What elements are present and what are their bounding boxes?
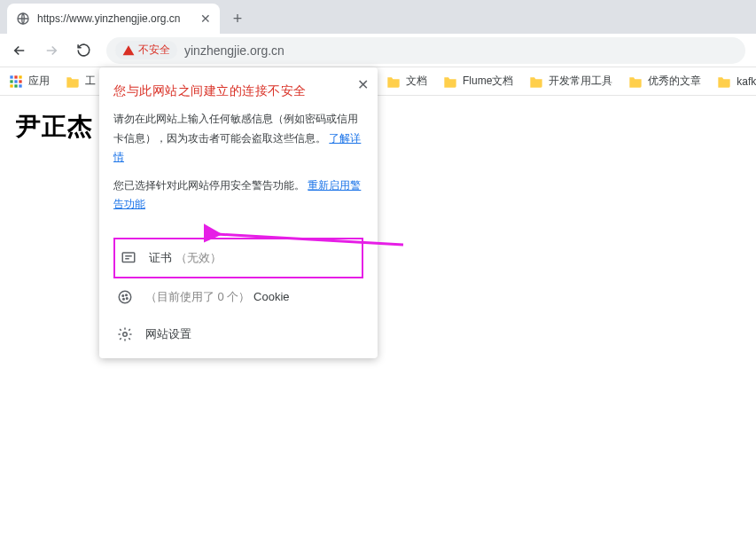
bookmark-label: 开发常用工具	[549, 74, 612, 89]
popover-reenable-text: 您已选择针对此网站停用安全警告功能。 重新启用警告功能	[113, 176, 363, 215]
bookmark-item[interactable]: 文档	[386, 74, 427, 89]
bookmark-label: 工	[85, 74, 96, 89]
reload-icon	[76, 43, 91, 58]
svg-point-13	[126, 294, 128, 296]
bookmark-item[interactable]: 优秀的文章	[628, 74, 701, 89]
bookmark-label: 文档	[406, 74, 427, 89]
folder-icon	[717, 75, 731, 88]
svg-rect-8	[14, 84, 17, 87]
site-settings-label: 网站设置	[145, 326, 191, 342]
address-bar[interactable]: 不安全 yinzhengjie.org.cn	[106, 37, 745, 64]
globe-icon	[16, 12, 30, 26]
bookmark-item[interactable]: 开发常用工具	[529, 74, 612, 89]
svg-rect-9	[19, 84, 21, 87]
bookmark-label: 优秀的文章	[648, 74, 701, 89]
cookies-label: （目前使用了 0 个） Cookie	[145, 289, 290, 305]
bookmark-label: Flume文档	[463, 74, 513, 89]
svg-rect-1	[10, 75, 12, 78]
browser-tab[interactable]: https://www.yinzhengjie.org.cn ✕	[7, 4, 220, 34]
svg-rect-4	[10, 80, 12, 82]
svg-point-15	[127, 298, 129, 300]
cookies-row[interactable]: （目前使用了 0 个） Cookie	[113, 278, 363, 316]
bookmark-item[interactable]: kafka	[717, 75, 756, 88]
svg-point-16	[123, 333, 128, 337]
toolbar: 不安全 yinzhengjie.org.cn	[0, 34, 756, 67]
gear-icon	[117, 326, 133, 342]
security-chip[interactable]: 不安全	[115, 41, 177, 59]
svg-rect-2	[14, 75, 17, 78]
svg-rect-7	[10, 84, 12, 87]
popover-options: 证书 （无效） （目前使用了 0 个） Cookie 网站设置	[113, 238, 363, 353]
security-label: 不安全	[138, 43, 170, 58]
popover-warning-text: 请勿在此网站上输入任何敏感信息（例如密码或信用卡信息），因为攻击者可能会盗取这些…	[113, 110, 363, 168]
close-icon[interactable]: ✕	[200, 12, 211, 26]
apps-label: 应用	[28, 74, 50, 89]
popover-para2: 您已选择针对此网站停用安全警告功能。	[113, 179, 305, 192]
certificate-row[interactable]: 证书 （无效）	[117, 239, 360, 277]
back-button[interactable]	[5, 36, 34, 65]
site-info-popover: ✕ 您与此网站之间建立的连接不安全 请勿在此网站上输入任何敏感信息（例如密码或信…	[99, 67, 378, 358]
svg-point-12	[122, 295, 124, 297]
svg-point-14	[123, 298, 125, 300]
arrow-left-icon	[12, 43, 27, 59]
arrow-right-icon	[43, 43, 59, 59]
bookmark-label: kafka	[737, 75, 756, 88]
close-icon[interactable]: ✕	[357, 76, 369, 93]
cookie-icon	[117, 289, 133, 305]
popover-para1: 请勿在此网站上输入任何敏感信息（例如密码或信用卡信息），因为攻击者可能会盗取这些…	[113, 113, 358, 145]
bookmark-item[interactable]: Flume文档	[443, 74, 513, 89]
svg-rect-3	[19, 75, 21, 78]
popover-title: 您与此网站之间建立的连接不安全	[113, 83, 363, 99]
folder-icon	[529, 75, 543, 88]
forward-button[interactable]	[37, 36, 66, 65]
svg-rect-5	[14, 80, 17, 82]
tab-strip: https://www.yinzhengjie.org.cn ✕ +	[0, 0, 756, 34]
url-text: yinzhengjie.org.cn	[184, 43, 284, 58]
folder-icon	[386, 75, 401, 88]
svg-point-11	[119, 291, 131, 303]
folder-icon	[66, 75, 80, 88]
bookmark-item[interactable]: 工	[66, 74, 96, 89]
tab-title: https://www.yinzhengjie.org.cn	[37, 12, 193, 25]
certificate-icon	[121, 250, 136, 266]
svg-rect-6	[19, 80, 21, 82]
warning-triangle-icon	[122, 44, 135, 57]
certificate-highlight-box: 证书 （无效）	[113, 238, 363, 278]
certificate-label: 证书 （无效）	[149, 250, 222, 266]
folder-icon	[628, 75, 643, 88]
new-tab-button[interactable]: +	[225, 6, 250, 31]
site-settings-row[interactable]: 网站设置	[113, 316, 363, 353]
reload-button[interactable]	[69, 36, 97, 65]
folder-icon	[443, 75, 457, 88]
apps-shortcut[interactable]: 应用	[9, 74, 50, 89]
svg-rect-10	[122, 253, 135, 262]
apps-grid-icon	[9, 74, 23, 89]
